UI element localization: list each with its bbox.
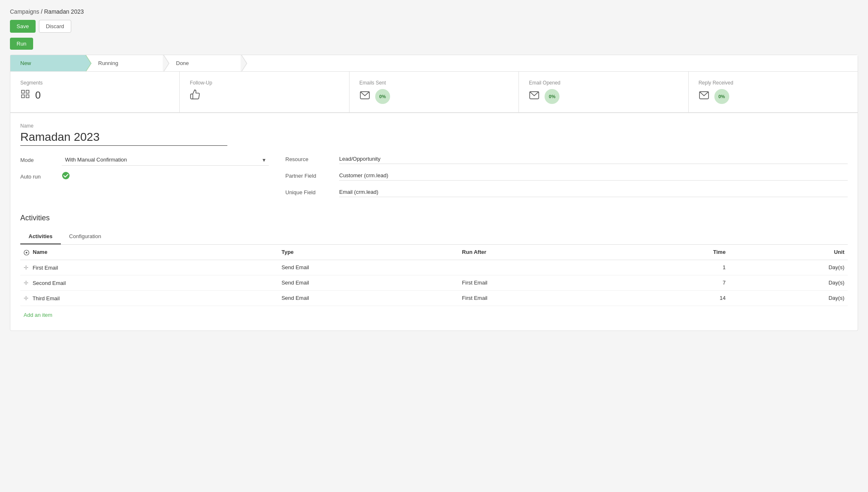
mode-select[interactable]: With Manual Confirmation: [62, 154, 269, 166]
status-step-done[interactable]: Done: [166, 55, 241, 71]
form-right-col: Resource Lead/Opportunity Partner Field …: [285, 154, 848, 204]
row3-run-after: First Email: [459, 290, 628, 306]
row3-name: ✛ Third Email: [20, 290, 278, 306]
svg-point-7: [62, 172, 70, 179]
breadcrumb-current: Ramadan 2023: [44, 8, 84, 15]
form-left-col: Mode With Manual Confirmation Auto run: [20, 154, 269, 204]
unique-field: Unique Field Email (crm.lead): [285, 187, 848, 197]
row3-time: 14: [628, 290, 729, 306]
save-button[interactable]: Save: [10, 20, 36, 33]
stats-container: Segments 0 Follow-Up: [10, 72, 858, 113]
name-value[interactable]: Ramadan 2023: [20, 130, 227, 146]
svg-rect-1: [26, 90, 29, 93]
row1-time: 1: [628, 260, 729, 275]
status-bar: New Running Done: [10, 55, 858, 72]
svg-point-9: [26, 252, 27, 253]
partner-field-value: Customer (crm.lead): [339, 171, 848, 181]
tab-configuration[interactable]: Configuration: [61, 229, 109, 244]
action-bar: Save Discard: [10, 20, 858, 33]
drag-handle[interactable]: ✛: [24, 280, 29, 286]
name-label: Name: [20, 123, 848, 129]
autorun-field: Auto run: [20, 171, 269, 182]
stat-email-opened: Email Opened 0%: [519, 72, 688, 112]
breadcrumb-parent[interactable]: Campaigns: [10, 8, 39, 15]
activities-section: Activities Activities Configuration: [20, 214, 848, 321]
svg-rect-0: [22, 90, 24, 93]
unique-field-label: Unique Field: [285, 189, 339, 195]
mode-label: Mode: [20, 157, 62, 163]
activities-table-head: Name Type Run After Time Unit: [20, 245, 848, 260]
row2-time: 7: [628, 275, 729, 290]
status-step-new[interactable]: New: [10, 55, 85, 71]
grid-icon: [20, 89, 30, 101]
svg-rect-2: [22, 95, 24, 98]
th-order-icon: [24, 249, 31, 256]
breadcrumb-separator: /: [39, 8, 44, 15]
row1-type: Send Email: [278, 260, 459, 275]
breadcrumb: Campaigns / Ramadan 2023: [10, 8, 858, 15]
email-opened-badge: 0%: [545, 89, 559, 104]
stat-followup: Follow-Up: [180, 72, 349, 112]
svg-rect-3: [26, 95, 29, 98]
tab-activities[interactable]: Activities: [20, 229, 61, 244]
row2-name: ✛ Second Email: [20, 275, 278, 290]
row2-type: Send Email: [278, 275, 459, 290]
unique-field-value: Email (crm.lead): [339, 187, 848, 197]
mode-select-wrapper[interactable]: With Manual Confirmation: [62, 154, 269, 166]
table-row: ✛ Second Email Send Email First Email 7 …: [20, 275, 848, 290]
reply-received-badge: 0%: [714, 89, 729, 104]
run-button[interactable]: Run: [10, 38, 33, 50]
partner-field: Partner Field Customer (crm.lead): [285, 171, 848, 181]
th-run-after: Run After: [459, 245, 628, 260]
stat-emails-sent: Emails Sent 0%: [350, 72, 519, 112]
stat-emails-sent-content: 0%: [359, 89, 509, 104]
resource-value: Lead/Opportunity: [339, 154, 848, 164]
emails-sent-badge: 0%: [375, 89, 390, 104]
activities-table-header-row: Name Type Run After Time Unit: [20, 245, 848, 260]
stat-segments: Segments 0: [10, 72, 180, 112]
stat-email-opened-content: 0%: [529, 89, 678, 104]
drag-handle[interactable]: ✛: [24, 295, 29, 301]
email-reply-icon: [699, 90, 709, 103]
row3-unit: Day(s): [729, 290, 848, 306]
stat-followup-content: [190, 89, 339, 102]
th-type: Type: [278, 245, 459, 260]
name-field-group: Name Ramadan 2023: [20, 123, 848, 146]
status-section: New Running Done Segments 0: [10, 55, 858, 113]
row1-name: ✛ First Email: [20, 260, 278, 275]
thumbsup-icon: [190, 89, 200, 102]
email-sent-icon: [359, 90, 370, 103]
activities-title: Activities: [20, 214, 848, 222]
stat-reply-received: Reply Received 0%: [689, 72, 858, 112]
drag-handle[interactable]: ✛: [24, 264, 29, 271]
table-row: ✛ Third Email Send Email First Email 14 …: [20, 290, 848, 306]
th-name: Name: [20, 245, 278, 260]
status-step-running[interactable]: Running: [88, 55, 163, 71]
table-row: ✛ First Email Send Email 1 Day(s): [20, 260, 848, 275]
mode-field: Mode With Manual Confirmation: [20, 154, 269, 166]
resource-field: Resource Lead/Opportunity: [285, 154, 848, 164]
th-time: Time: [628, 245, 729, 260]
discard-button[interactable]: Discard: [39, 20, 71, 33]
autorun-label: Auto run: [20, 174, 62, 180]
row1-unit: Day(s): [729, 260, 848, 275]
add-item-link[interactable]: Add an item: [24, 309, 52, 321]
activities-tabs: Activities Configuration: [20, 229, 848, 245]
row3-type: Send Email: [278, 290, 459, 306]
row2-run-after: First Email: [459, 275, 628, 290]
row1-run-after: [459, 260, 628, 275]
th-unit: Unit: [729, 245, 848, 260]
resource-label: Resource: [285, 156, 339, 162]
activities-table: Name Type Run After Time Unit ✛: [20, 245, 848, 306]
form-section: Name Ramadan 2023 Mode With Manual Confi…: [10, 113, 858, 331]
form-two-col: Mode With Manual Confirmation Auto run: [20, 154, 848, 204]
stat-segments-content: 0: [20, 89, 169, 101]
email-opened-icon: [529, 90, 540, 103]
stat-reply-received-content: 0%: [699, 89, 848, 104]
row2-unit: Day(s): [729, 275, 848, 290]
autorun-checkbox[interactable]: [62, 171, 70, 182]
partner-field-label: Partner Field: [285, 173, 339, 179]
activities-table-body: ✛ First Email Send Email 1 Day(s) ✛ Seco…: [20, 260, 848, 306]
